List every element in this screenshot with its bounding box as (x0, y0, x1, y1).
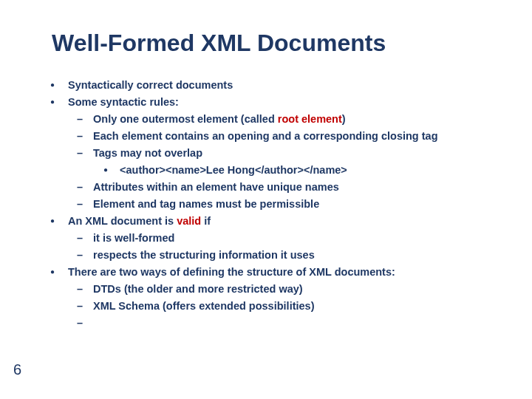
bullet-item: ● There are two ways of defining the str… (50, 265, 495, 280)
sub-item: – it is well-formed (77, 231, 495, 246)
sub-text: Tags may not overlap (93, 146, 495, 161)
bullet-icon: ● (50, 78, 68, 93)
bullet-text: Syntactically correct documents (68, 78, 495, 93)
bullet-icon: ● (50, 265, 68, 280)
sub-text (93, 316, 495, 331)
highlight-text: valid (177, 215, 201, 227)
dash-icon: – (77, 112, 93, 127)
dash-icon: – (77, 282, 93, 297)
slide-title: Well-Formed XML Documents (52, 30, 495, 57)
sub-item: – respects the structuring information i… (77, 248, 495, 263)
bullet-icon: ● (103, 163, 120, 178)
subsub-text: <author><name>Lee Hong</author></name> (120, 163, 495, 178)
sub-text: Attributes within an element have unique… (93, 180, 495, 195)
subsub-item: ● <author><name>Lee Hong</author></name> (103, 163, 495, 178)
sub-text: DTDs (the older and more restricted way) (93, 282, 495, 297)
sub-text: it is well-formed (93, 231, 495, 246)
sub-text: Each element contains an opening and a c… (93, 129, 495, 144)
sub-item: – Element and tag names must be permissi… (77, 197, 495, 212)
sub-text: XML Schema (offers extended possibilitie… (93, 299, 495, 314)
bullet-text: An XML document is valid if (68, 214, 495, 229)
sub-item: – (77, 316, 495, 331)
sub-text: Only one outermost element (called root … (93, 112, 495, 127)
sub-item: – Tags may not overlap (77, 146, 495, 161)
sub-item: – XML Schema (offers extended possibilit… (77, 299, 495, 314)
bullet-icon: ● (50, 214, 68, 229)
sub-item: – Each element contains an opening and a… (77, 129, 495, 144)
sub-item: – Only one outermost element (called roo… (77, 112, 495, 127)
dash-icon: – (77, 197, 93, 212)
bullet-text: There are two ways of defining the struc… (68, 265, 495, 280)
bullet-item: ● An XML document is valid if (50, 214, 495, 229)
dash-icon: – (77, 316, 93, 331)
dash-icon: – (77, 180, 93, 195)
highlight-text: root element (278, 113, 342, 125)
dash-icon: – (77, 248, 93, 263)
bullet-item: ● Syntactically correct documents (50, 78, 495, 93)
page-number: 6 (13, 361, 21, 378)
bullet-item: ● Some syntactic rules: (50, 95, 495, 110)
bullet-icon: ● (50, 95, 68, 110)
sub-item: – Attributes within an element have uniq… (77, 180, 495, 195)
dash-icon: – (77, 129, 93, 144)
slide-content: ● Syntactically correct documents ● Some… (50, 78, 495, 331)
dash-icon: – (77, 299, 93, 314)
bullet-text: Some syntactic rules: (68, 95, 495, 110)
sub-text: Element and tag names must be permissibl… (93, 197, 495, 212)
dash-icon: – (77, 231, 93, 246)
dash-icon: – (77, 146, 93, 161)
sub-item: – DTDs (the older and more restricted wa… (77, 282, 495, 297)
sub-text: respects the structuring information it … (93, 248, 495, 263)
